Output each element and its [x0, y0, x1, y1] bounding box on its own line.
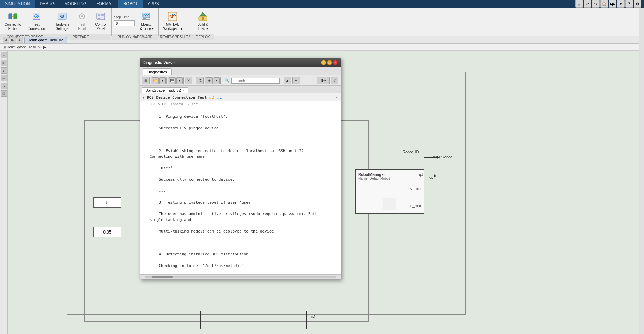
diag-btn-down[interactable]: ▼: [292, 77, 300, 84]
diag-btn-dropdown1[interactable]: ▾: [159, 77, 166, 84]
diag-scrollbar-h[interactable]: [140, 274, 341, 279]
monitor-tune-label: Monitor& Tune ▾: [140, 23, 153, 31]
menu-apps[interactable]: APPS: [143, 0, 164, 8]
menu-modeling[interactable]: MODELING: [59, 0, 91, 8]
diag-btn-dropdown2[interactable]: ▾: [176, 77, 183, 84]
robot-id-label: Robot_ID: [403, 150, 419, 154]
diag-btn-up[interactable]: ▲: [284, 77, 291, 84]
wire-1: [424, 157, 438, 158]
breadcrumb-tab[interactable]: JointSpace_Task_v2: [24, 37, 67, 43]
line-5: 'user'.: [150, 166, 175, 170]
menu-format[interactable]: FORMAT: [91, 0, 118, 8]
nav-up[interactable]: ▲: [17, 37, 23, 43]
stop-time-input[interactable]: [114, 20, 135, 26]
test-header[interactable]: ▼ ROS Device Connection Test ⚠ 2 ℹ 1 ✕: [140, 93, 341, 101]
test-section-close[interactable]: ✕: [335, 95, 338, 100]
connect-robot-label: Connect toRobot: [5, 23, 21, 31]
diag-content[interactable]: ▼ ROS Device Connection Test ⚠ 2 ℹ 1 ✕ 0…: [140, 93, 341, 274]
line-9: The user has administrative privileges (…: [150, 212, 320, 222]
line-12: 4. Detecting installed ROS distribution.: [150, 252, 251, 256]
toolbar-group-deploy: Build &Load ▾ DEPLOY: [192, 8, 214, 36]
hardware-settings-button[interactable]: HardwareSettings: [52, 9, 72, 33]
control-panel-button[interactable]: ControlPanel: [92, 9, 109, 33]
nav-back[interactable]: ◀: [3, 37, 9, 43]
diag-toolbar: ⊞ 📂 ▾ 💾 ▾ ✕ ⚗ ⊕ ▾ 🔍: [140, 75, 341, 86]
gear-icon: ⚙: [321, 79, 324, 82]
menu-simulation[interactable]: SIMULATION: [0, 0, 35, 8]
build-load-icon: [197, 11, 208, 22]
modal-minimize-button[interactable]: _: [321, 60, 326, 65]
q-max-label: q_max: [410, 204, 422, 208]
toolbar-right-btn1[interactable]: ⊞: [575, 0, 583, 8]
test-connection-button[interactable]: TestConnection: [25, 9, 48, 33]
diag-sep-3: [282, 77, 282, 84]
diag-filetab-jointspace[interactable]: JointSpace_Task_v2 ×: [142, 87, 188, 93]
v-scrollbar[interactable]: [639, 8, 644, 334]
svg-rect-28: [202, 17, 204, 20]
connect-robot-icon: [7, 11, 18, 22]
diag-filetab-label: JointSpace_Task_v2: [146, 88, 181, 92]
h-scroll-thumb[interactable]: [152, 276, 173, 278]
toolbar-right-btn8[interactable]: ⚙: [634, 0, 641, 8]
menu-robot[interactable]: ROBOT: [118, 0, 143, 8]
qj-label: qJ: [419, 172, 423, 177]
diagnostics-tab[interactable]: Diagnostics: [143, 68, 172, 75]
nav-forward[interactable]: ▶: [10, 37, 16, 43]
diag-filetabs: JointSpace_Task_v2 ×: [140, 86, 341, 93]
test-point-label: TestPoint: [78, 23, 86, 31]
svg-rect-0: [9, 14, 12, 19]
diag-btn-dropdown3[interactable]: ▾: [214, 77, 220, 84]
toolbar-right-btn3[interactable]: ↷: [592, 0, 600, 8]
const-block-2[interactable]: 0.05: [93, 227, 121, 237]
diagnostic-viewer-modal: Diagnostic Viewer _ □ × Diagnostics ⊞ 📂 …: [140, 58, 341, 279]
default-robot-label: DefaultRobot: [429, 155, 452, 159]
build-load-button[interactable]: Build &Load ▾: [194, 9, 211, 33]
modal-titlebar: Diagnostic Viewer _ □ ×: [140, 58, 341, 67]
modal-restore-button[interactable]: □: [327, 60, 332, 65]
modal-close-button[interactable]: ×: [333, 60, 338, 65]
diag-filetab-close[interactable]: ×: [182, 89, 184, 92]
toolbar-right-btn4[interactable]: 🏠: [600, 0, 608, 8]
test-section: ▼ ROS Device Connection Test ⚠ 2 ℹ 1 ✕ 0…: [140, 93, 341, 274]
diag-btn-filter[interactable]: ⚗: [196, 77, 204, 84]
diag-btn-help[interactable]: ?: [331, 77, 338, 84]
diag-btn-new[interactable]: ⊞: [142, 77, 150, 84]
svg-rect-16: [97, 13, 105, 20]
monitor-tune-button[interactable]: Monitor& Tune ▾: [137, 9, 156, 33]
svg-rect-23: [142, 19, 150, 20]
diag-btn-group3: ⊕ ▾: [205, 77, 221, 84]
line-6: Successfully connected to device.: [150, 177, 235, 182]
toolbar-right-btn2[interactable]: ↶: [584, 0, 591, 8]
line-11: ---: [150, 241, 166, 245]
test-point-icon: [76, 11, 87, 22]
sidebar-icon-3[interactable]: ↕: [1, 67, 7, 74]
test-point-button[interactable]: TestPoint: [73, 9, 91, 33]
line-2: Successfully pinged device.: [150, 126, 221, 130]
diag-btn-highlight[interactable]: ⊕: [206, 77, 213, 84]
sidebar-icon-5[interactable]: A: [1, 83, 7, 89]
modal-tabs: Diagnostics: [140, 67, 341, 75]
svg-marker-27: [200, 12, 206, 16]
svg-rect-22: [143, 18, 146, 19]
test-badge-info: ℹ 1: [217, 96, 222, 99]
const-block-1[interactable]: 5: [93, 197, 121, 208]
toolbar-group-connect: Connect toRobot TestConnection CONNECT T…: [0, 8, 50, 36]
sidebar-icon-4[interactable]: ⇔: [1, 75, 7, 81]
matlab-workspace-icon: M: [167, 11, 178, 22]
toolbar-right-btn7[interactable]: ?: [625, 0, 633, 8]
diag-btn-save[interactable]: 💾: [169, 77, 176, 84]
diag-btn-open[interactable]: 📂: [152, 77, 159, 84]
diag-search-input[interactable]: [231, 78, 280, 84]
diag-btn-close-file[interactable]: ✕: [185, 77, 192, 84]
toolbar-right-btn6[interactable]: ▾: [617, 0, 625, 8]
menu-debug[interactable]: DEBUG: [35, 0, 59, 8]
sidebar-icon-6[interactable]: □: [1, 90, 7, 97]
diag-btn-gear[interactable]: ⚙ ▾: [317, 77, 330, 84]
sidebar-icon-1[interactable]: ≡: [1, 52, 7, 58]
matlab-workspace-button[interactable]: M MATLABWorkspa... ▾: [161, 9, 185, 33]
connect-robot-button[interactable]: Connect toRobot: [2, 9, 24, 33]
canvas-area[interactable]: 5 0.05 RobotManager Name: DefaultRobot R…: [8, 51, 639, 334]
line-7: ---: [150, 189, 166, 193]
toolbar-right-btn5[interactable]: ▶▶: [609, 0, 616, 8]
sidebar-icon-2[interactable]: ⊞: [1, 60, 7, 66]
